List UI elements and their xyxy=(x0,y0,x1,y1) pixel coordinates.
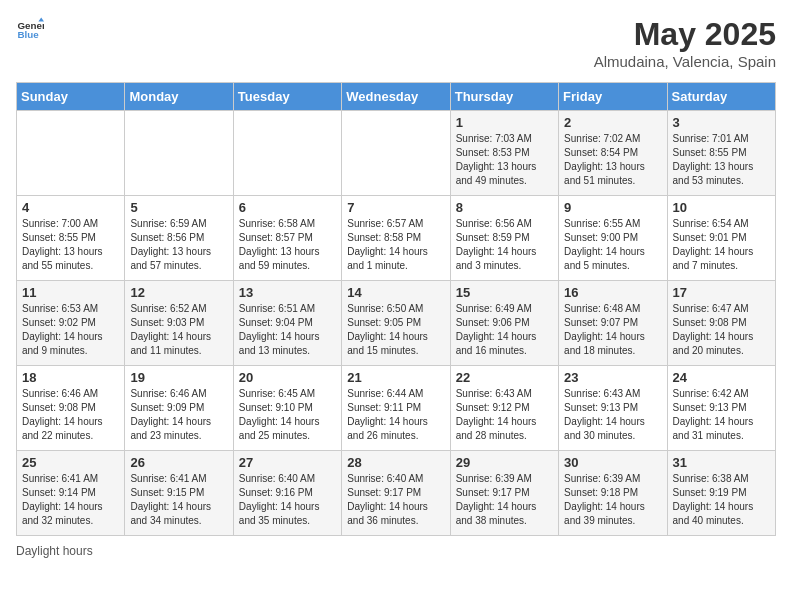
day-number: 23 xyxy=(564,370,661,385)
calendar-cell: 5Sunrise: 6:59 AMSunset: 8:56 PMDaylight… xyxy=(125,196,233,281)
page-header: General Blue May 2025 Almudaina, Valenci… xyxy=(16,16,776,70)
calendar-cell: 29Sunrise: 6:39 AMSunset: 9:17 PMDayligh… xyxy=(450,451,558,536)
day-number: 2 xyxy=(564,115,661,130)
day-number: 1 xyxy=(456,115,553,130)
day-info: Sunrise: 6:50 AMSunset: 9:05 PMDaylight:… xyxy=(347,302,444,358)
day-number: 24 xyxy=(673,370,770,385)
calendar-cell: 17Sunrise: 6:47 AMSunset: 9:08 PMDayligh… xyxy=(667,281,775,366)
day-info: Sunrise: 6:40 AMSunset: 9:16 PMDaylight:… xyxy=(239,472,336,528)
calendar-cell: 19Sunrise: 6:46 AMSunset: 9:09 PMDayligh… xyxy=(125,366,233,451)
calendar-cell: 13Sunrise: 6:51 AMSunset: 9:04 PMDayligh… xyxy=(233,281,341,366)
calendar-body: 1Sunrise: 7:03 AMSunset: 8:53 PMDaylight… xyxy=(17,111,776,536)
calendar-table: SundayMondayTuesdayWednesdayThursdayFrid… xyxy=(16,82,776,536)
calendar-cell xyxy=(233,111,341,196)
day-number: 27 xyxy=(239,455,336,470)
calendar-cell: 30Sunrise: 6:39 AMSunset: 9:18 PMDayligh… xyxy=(559,451,667,536)
day-info: Sunrise: 6:55 AMSunset: 9:00 PMDaylight:… xyxy=(564,217,661,273)
calendar-header-row: SundayMondayTuesdayWednesdayThursdayFrid… xyxy=(17,83,776,111)
day-info: Sunrise: 6:54 AMSunset: 9:01 PMDaylight:… xyxy=(673,217,770,273)
day-info: Sunrise: 7:03 AMSunset: 8:53 PMDaylight:… xyxy=(456,132,553,188)
day-number: 28 xyxy=(347,455,444,470)
calendar-cell: 6Sunrise: 6:58 AMSunset: 8:57 PMDaylight… xyxy=(233,196,341,281)
day-number: 11 xyxy=(22,285,119,300)
day-number: 14 xyxy=(347,285,444,300)
day-number: 13 xyxy=(239,285,336,300)
calendar-cell: 25Sunrise: 6:41 AMSunset: 9:14 PMDayligh… xyxy=(17,451,125,536)
day-number: 19 xyxy=(130,370,227,385)
day-number: 9 xyxy=(564,200,661,215)
calendar-cell: 27Sunrise: 6:40 AMSunset: 9:16 PMDayligh… xyxy=(233,451,341,536)
calendar-week-row: 4Sunrise: 7:00 AMSunset: 8:55 PMDaylight… xyxy=(17,196,776,281)
day-number: 26 xyxy=(130,455,227,470)
calendar-day-header: Friday xyxy=(559,83,667,111)
day-number: 21 xyxy=(347,370,444,385)
day-info: Sunrise: 6:51 AMSunset: 9:04 PMDaylight:… xyxy=(239,302,336,358)
calendar-cell: 15Sunrise: 6:49 AMSunset: 9:06 PMDayligh… xyxy=(450,281,558,366)
day-info: Sunrise: 6:38 AMSunset: 9:19 PMDaylight:… xyxy=(673,472,770,528)
footer: Daylight hours xyxy=(16,544,776,558)
day-number: 31 xyxy=(673,455,770,470)
calendar-week-row: 25Sunrise: 6:41 AMSunset: 9:14 PMDayligh… xyxy=(17,451,776,536)
day-info: Sunrise: 6:48 AMSunset: 9:07 PMDaylight:… xyxy=(564,302,661,358)
calendar-day-header: Wednesday xyxy=(342,83,450,111)
calendar-week-row: 18Sunrise: 6:46 AMSunset: 9:08 PMDayligh… xyxy=(17,366,776,451)
calendar-cell: 3Sunrise: 7:01 AMSunset: 8:55 PMDaylight… xyxy=(667,111,775,196)
calendar-cell: 23Sunrise: 6:43 AMSunset: 9:13 PMDayligh… xyxy=(559,366,667,451)
day-number: 12 xyxy=(130,285,227,300)
day-number: 6 xyxy=(239,200,336,215)
calendar-cell: 10Sunrise: 6:54 AMSunset: 9:01 PMDayligh… xyxy=(667,196,775,281)
day-number: 20 xyxy=(239,370,336,385)
day-number: 4 xyxy=(22,200,119,215)
day-number: 7 xyxy=(347,200,444,215)
calendar-day-header: Tuesday xyxy=(233,83,341,111)
day-number: 8 xyxy=(456,200,553,215)
day-info: Sunrise: 6:43 AMSunset: 9:12 PMDaylight:… xyxy=(456,387,553,443)
day-info: Sunrise: 6:57 AMSunset: 8:58 PMDaylight:… xyxy=(347,217,444,273)
day-number: 10 xyxy=(673,200,770,215)
day-number: 15 xyxy=(456,285,553,300)
day-number: 22 xyxy=(456,370,553,385)
day-info: Sunrise: 6:41 AMSunset: 9:14 PMDaylight:… xyxy=(22,472,119,528)
day-info: Sunrise: 6:52 AMSunset: 9:03 PMDaylight:… xyxy=(130,302,227,358)
day-info: Sunrise: 6:42 AMSunset: 9:13 PMDaylight:… xyxy=(673,387,770,443)
day-info: Sunrise: 6:40 AMSunset: 9:17 PMDaylight:… xyxy=(347,472,444,528)
day-info: Sunrise: 6:39 AMSunset: 9:17 PMDaylight:… xyxy=(456,472,553,528)
title-block: May 2025 Almudaina, Valencia, Spain xyxy=(594,16,776,70)
calendar-cell: 14Sunrise: 6:50 AMSunset: 9:05 PMDayligh… xyxy=(342,281,450,366)
day-info: Sunrise: 6:46 AMSunset: 9:09 PMDaylight:… xyxy=(130,387,227,443)
svg-text:Blue: Blue xyxy=(17,29,39,40)
day-number: 30 xyxy=(564,455,661,470)
day-info: Sunrise: 6:41 AMSunset: 9:15 PMDaylight:… xyxy=(130,472,227,528)
logo: General Blue xyxy=(16,16,44,44)
calendar-cell: 7Sunrise: 6:57 AMSunset: 8:58 PMDaylight… xyxy=(342,196,450,281)
day-number: 3 xyxy=(673,115,770,130)
calendar-day-header: Saturday xyxy=(667,83,775,111)
location-title: Almudaina, Valencia, Spain xyxy=(594,53,776,70)
day-info: Sunrise: 6:39 AMSunset: 9:18 PMDaylight:… xyxy=(564,472,661,528)
calendar-cell: 24Sunrise: 6:42 AMSunset: 9:13 PMDayligh… xyxy=(667,366,775,451)
day-number: 18 xyxy=(22,370,119,385)
calendar-cell: 9Sunrise: 6:55 AMSunset: 9:00 PMDaylight… xyxy=(559,196,667,281)
day-info: Sunrise: 6:49 AMSunset: 9:06 PMDaylight:… xyxy=(456,302,553,358)
calendar-cell: 12Sunrise: 6:52 AMSunset: 9:03 PMDayligh… xyxy=(125,281,233,366)
day-info: Sunrise: 6:58 AMSunset: 8:57 PMDaylight:… xyxy=(239,217,336,273)
day-info: Sunrise: 6:43 AMSunset: 9:13 PMDaylight:… xyxy=(564,387,661,443)
calendar-cell xyxy=(17,111,125,196)
day-number: 25 xyxy=(22,455,119,470)
logo-icon: General Blue xyxy=(16,16,44,44)
day-info: Sunrise: 6:47 AMSunset: 9:08 PMDaylight:… xyxy=(673,302,770,358)
calendar-cell: 26Sunrise: 6:41 AMSunset: 9:15 PMDayligh… xyxy=(125,451,233,536)
calendar-cell: 8Sunrise: 6:56 AMSunset: 8:59 PMDaylight… xyxy=(450,196,558,281)
calendar-cell: 1Sunrise: 7:03 AMSunset: 8:53 PMDaylight… xyxy=(450,111,558,196)
calendar-cell xyxy=(342,111,450,196)
day-info: Sunrise: 6:56 AMSunset: 8:59 PMDaylight:… xyxy=(456,217,553,273)
calendar-cell: 4Sunrise: 7:00 AMSunset: 8:55 PMDaylight… xyxy=(17,196,125,281)
day-info: Sunrise: 6:44 AMSunset: 9:11 PMDaylight:… xyxy=(347,387,444,443)
day-info: Sunrise: 7:02 AMSunset: 8:54 PMDaylight:… xyxy=(564,132,661,188)
calendar-cell: 31Sunrise: 6:38 AMSunset: 9:19 PMDayligh… xyxy=(667,451,775,536)
day-info: Sunrise: 6:46 AMSunset: 9:08 PMDaylight:… xyxy=(22,387,119,443)
day-number: 5 xyxy=(130,200,227,215)
calendar-cell: 16Sunrise: 6:48 AMSunset: 9:07 PMDayligh… xyxy=(559,281,667,366)
calendar-week-row: 1Sunrise: 7:03 AMSunset: 8:53 PMDaylight… xyxy=(17,111,776,196)
calendar-cell: 11Sunrise: 6:53 AMSunset: 9:02 PMDayligh… xyxy=(17,281,125,366)
